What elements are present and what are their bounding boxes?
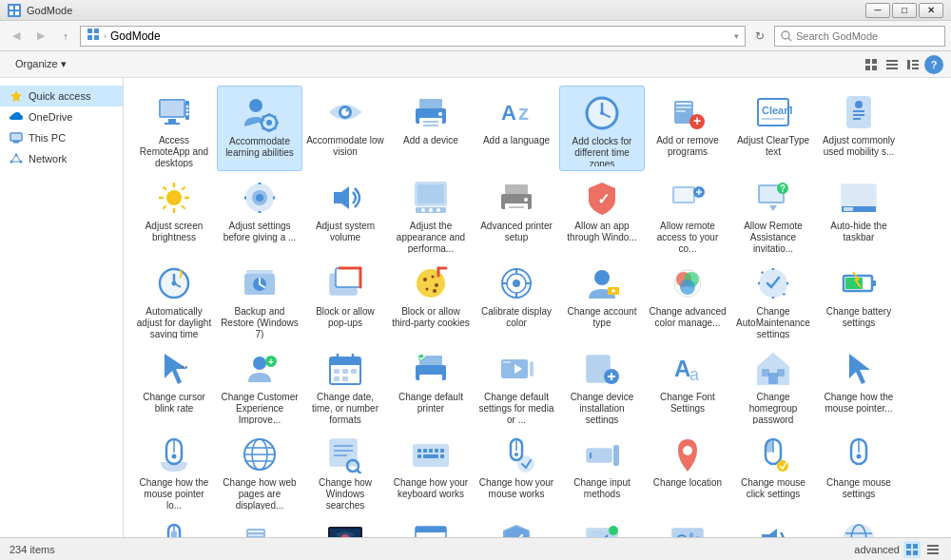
- icon-item-change-advanced-color[interactable]: Change advanced color manage...: [645, 257, 730, 342]
- icon-item-change-input-methods[interactable]: Change input methods: [559, 428, 645, 513]
- status-list-view[interactable]: [924, 541, 941, 558]
- icon-item-change-font-settings[interactable]: Aa Change Font Settings: [645, 342, 730, 428]
- icon-item-change-keyboard-works[interactable]: Change how your keyboard works: [388, 428, 474, 513]
- icon-item-change-mouse-click[interactable]: Change mouse click settings: [730, 428, 816, 513]
- icon-item-auto-adjust-daylight[interactable]: Automatically adjust for daylight saving…: [131, 257, 217, 342]
- maximize-button[interactable]: □: [892, 3, 917, 18]
- icon-item-adjust-screen-brightness[interactable]: Adjust screen brightness: [131, 171, 217, 257]
- svg-line-10: [788, 38, 791, 41]
- icon-label-change-customer: Change Customer Experience Improve...: [221, 392, 299, 424]
- icon-item-adjust-settings-before[interactable]: Adjust settings before giving a ...: [217, 171, 302, 257]
- icon-item-change-default-settings-media[interactable]: Change default settings for media or ...: [474, 342, 559, 428]
- icon-item-change-wheel-settings[interactable]: Change mouse wheel settings: [131, 513, 217, 537]
- icon-image-change-how-mouse-lo: [155, 435, 193, 473]
- icon-item-allow-remote-assist[interactable]: ? Allow Remote Assistance invitatio...: [730, 171, 816, 257]
- icon-item-change-battery[interactable]: Change battery settings: [816, 257, 902, 342]
- icon-item-allow-remote-access[interactable]: Allow remote access to your co...: [645, 171, 730, 257]
- icon-item-change-device-install[interactable]: Change device installation settings: [559, 342, 645, 428]
- sidebar-item-onedrive[interactable]: OneDrive: [0, 106, 123, 127]
- icon-item-adjust-appearance[interactable]: Adjust the appearance and performa...: [388, 171, 474, 257]
- close-button[interactable]: ✕: [919, 3, 943, 18]
- icon-label-add-remove-programs: Add or remove programs: [649, 135, 727, 158]
- icon-item-change-windows-searches[interactable]: Change how Windows searches: [302, 428, 388, 513]
- icon-item-change-search-options[interactable]: Change search options for files and f...: [388, 513, 474, 537]
- svg-point-39: [186, 106, 189, 108]
- icon-item-change-mouse-settings[interactable]: Change mouse settings: [816, 428, 902, 513]
- refresh-button[interactable]: ↻: [749, 26, 770, 47]
- icon-image-change-battery: [840, 264, 878, 302]
- icon-item-change-homegroup-pw[interactable]: Change homegroup password: [730, 342, 816, 428]
- svg-rect-182: [768, 373, 778, 384]
- sidebar-item-this-pc[interactable]: This PC: [0, 127, 123, 148]
- icon-item-add-clocks[interactable]: Add clocks for different time zones: [559, 86, 645, 171]
- forward-button[interactable]: ▶: [30, 26, 51, 47]
- icon-item-change-how-mouse[interactable]: Change how the mouse pointer...: [816, 342, 902, 428]
- back-button[interactable]: ◀: [6, 26, 27, 47]
- icon-item-auto-hide-taskbar[interactable]: Auto-hide the taskbar: [816, 171, 902, 257]
- icon-item-accommodate-learning[interactable]: Accommodate learning abilities: [217, 86, 302, 171]
- icon-item-change-account-type[interactable]: Change account type: [559, 257, 645, 342]
- search-input[interactable]: [796, 30, 939, 42]
- icon-item-block-allow-popup[interactable]: Block or allow pop-ups: [302, 257, 388, 342]
- icon-image-change-temp-internet: T: [840, 521, 878, 537]
- sidebar-item-quick-access[interactable]: Quick access: [0, 86, 123, 106]
- grid-view-button[interactable]: [862, 55, 881, 74]
- icon-item-change-remove-app[interactable]: Change or remove a program: [217, 513, 302, 537]
- icon-item-change-how-mouse-lo[interactable]: Change how the mouse pointer lo...: [131, 428, 217, 513]
- svg-rect-1: [10, 6, 13, 10]
- list-view-button[interactable]: [883, 55, 902, 74]
- icon-item-accommodate-low-vision[interactable]: Accommodate low vision: [302, 86, 388, 171]
- icon-item-block-third-party[interactable]: Block or allow third-party cookies: [388, 257, 474, 342]
- svg-rect-102: [674, 188, 693, 202]
- icon-item-change-web-pages[interactable]: Change how web pages are displayed...: [217, 428, 302, 513]
- minimize-button[interactable]: ─: [865, 3, 890, 18]
- svg-rect-35: [161, 101, 184, 116]
- icon-item-access-remote[interactable]: Access RemoteApp and desktops: [131, 86, 217, 171]
- icon-item-change-system-sounds[interactable]: Change system sounds: [730, 513, 816, 537]
- icon-item-change-mouse-works[interactable]: Change how your mouse works: [474, 428, 559, 513]
- svg-point-44: [266, 120, 272, 126]
- icon-item-adjust-commonly[interactable]: Adjust commonly used mobility s...: [816, 86, 902, 171]
- svg-rect-48: [419, 99, 442, 108]
- icon-item-change-screen-saver[interactable]: Change screen saver: [302, 513, 388, 537]
- icon-image-change-web-pages: [241, 435, 279, 473]
- icon-label-change-default-printer: Change default printer: [392, 392, 470, 415]
- address-dropdown-chevron[interactable]: ▾: [734, 31, 739, 41]
- icon-item-backup-restore[interactable]: Backup and Restore (Windows 7): [217, 257, 302, 342]
- icon-label-change-default-settings-media: Change default settings for media or ...: [477, 392, 555, 424]
- icon-item-change-default-printer[interactable]: Change default printer: [388, 342, 474, 428]
- svg-point-219: [777, 460, 788, 472]
- icon-item-advanced-printer[interactable]: Advanced printer setup: [474, 171, 559, 257]
- svg-rect-11: [865, 59, 870, 64]
- status-grid-view[interactable]: [903, 541, 921, 558]
- address-path[interactable]: › GodMode ▾: [80, 26, 746, 47]
- icon-item-change-smartscreen[interactable]: Change SmartScreen settings: [559, 513, 645, 537]
- search-box[interactable]: [774, 26, 945, 47]
- icon-label-change-homegroup-pw: Change homegroup password: [734, 392, 812, 424]
- sidebar-item-network[interactable]: Network: [0, 148, 123, 169]
- icon-image-change-customer: +: [241, 350, 279, 388]
- icon-item-allow-app[interactable]: ✓ Allow an app through Windo...: [559, 171, 645, 257]
- icon-item-adjust-system-volume[interactable]: Adjust system volume: [302, 171, 388, 257]
- detail-view-button[interactable]: [903, 55, 922, 74]
- svg-rect-379: [927, 545, 939, 547]
- icon-label-accommodate-learning: Accommodate learning abilities: [222, 136, 298, 159]
- icon-item-add-device[interactable]: Add a device: [388, 86, 474, 171]
- icon-item-change-auto-maintenance[interactable]: Change AutoMaintenance settings: [730, 257, 816, 342]
- icon-image-advanced-printer: [497, 179, 535, 217]
- icon-item-change-security-settings[interactable]: Change security settings: [474, 513, 559, 537]
- organize-button[interactable]: Organize ▾: [8, 54, 74, 75]
- icon-item-add-remove-programs[interactable]: + Add or remove programs: [645, 86, 730, 171]
- icon-item-change-temp-internet[interactable]: T Change temporary Internet file setting…: [816, 513, 902, 537]
- icon-item-calibrate-display[interactable]: Calibrate display color: [474, 257, 559, 342]
- help-button[interactable]: ?: [924, 55, 943, 74]
- icon-item-change-location[interactable]: Change location: [645, 428, 730, 513]
- icon-item-change-date-time[interactable]: Change date, time, or number formats: [302, 342, 388, 428]
- icon-item-change-customer[interactable]: + Change Customer Experience Improve...: [217, 342, 302, 428]
- icon-item-adjust-cleartype[interactable]: ClearType Adjust ClearType text: [730, 86, 816, 171]
- window-controls[interactable]: ─ □ ✕: [865, 3, 943, 18]
- icon-item-change-sound-card[interactable]: Change sound card settings: [645, 513, 730, 537]
- icon-item-add-language[interactable]: Az Add a language: [474, 86, 559, 171]
- up-button[interactable]: ↑: [55, 26, 76, 47]
- icon-item-change-cursor-blink[interactable]: Change cursor blink rate: [131, 342, 217, 428]
